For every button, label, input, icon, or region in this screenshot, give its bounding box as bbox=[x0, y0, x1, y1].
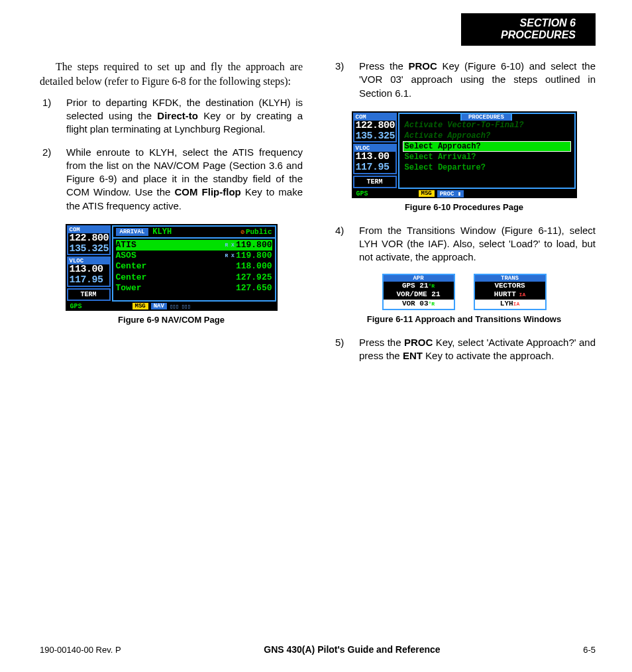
navcom-row: ATISR X119.800 bbox=[116, 240, 272, 251]
trans-row: VECTORS bbox=[475, 282, 545, 291]
step-bold2: ENT bbox=[403, 350, 423, 361]
navcom-footer: MSG NAV ▯▯▯ ▯▯▯ bbox=[111, 303, 277, 310]
term-tag: TERM bbox=[67, 288, 111, 301]
procedures-screen: COM 122.800 135.325 VLOC 113.00 117.95 T… bbox=[352, 111, 577, 198]
apr-row: GPS 21°R bbox=[384, 282, 454, 291]
step-text: From the Transitions Window (Figure 6-11… bbox=[359, 225, 596, 263]
steps-list-right-2: 4) From the Transitions Window (Figure 6… bbox=[333, 224, 596, 264]
navcom-main: ARRIVAL KLYH ⊘Public ATISR X119.800ASOSR… bbox=[112, 225, 276, 302]
step-4: 4) From the Transitions Window (Figure 6… bbox=[359, 224, 596, 264]
navcom-row: Center118.000 bbox=[116, 261, 272, 272]
msg-indicator: MSG bbox=[419, 190, 435, 197]
term-tag: TERM bbox=[353, 176, 397, 188]
step-num: 1) bbox=[42, 96, 51, 109]
msg-indicator: MSG bbox=[132, 303, 148, 309]
step-bold: Direct-to bbox=[157, 110, 198, 121]
arrival-label: ARRIVAL bbox=[116, 228, 149, 236]
proc-tab: PROC ▮ bbox=[437, 190, 464, 197]
content-columns: The steps required to set up and fly the… bbox=[40, 60, 596, 372]
section-number: SECTION 6 bbox=[501, 17, 576, 29]
gps-tag: GPS bbox=[70, 303, 107, 310]
procedures-main: PROCEDURES Activate Vector-To-Final?Acti… bbox=[398, 113, 576, 189]
figure-caption: Figure 6-9 NAV/COM Page bbox=[40, 315, 303, 325]
step-text-pre: Press the bbox=[359, 60, 408, 72]
step-bold: PROC bbox=[408, 60, 437, 72]
vloc-active: 113.00 bbox=[68, 264, 109, 275]
procedures-footer: MSG PROC ▮ bbox=[397, 190, 576, 197]
trans-rows: VECTORSHURTT IALYHIA bbox=[475, 282, 545, 309]
step-bold: COM Flip-flop bbox=[175, 186, 241, 197]
step-text-post: Key to activate the approach. bbox=[423, 350, 554, 361]
doc-title: GNS 430(A) Pilot's Guide and Reference bbox=[264, 644, 440, 655]
navcom-row: Tower127.650 bbox=[116, 283, 272, 294]
com-active: 122.800 bbox=[354, 121, 395, 131]
step-5: 5) Press the PROC Key, select 'Activate … bbox=[359, 336, 596, 363]
navcom-header: ARRIVAL KLYH ⊘Public bbox=[113, 227, 275, 239]
trans-window: TRANS VECTORSHURTT IALYHIA bbox=[474, 274, 547, 310]
com-block: COM 122.800 135.325 bbox=[353, 113, 397, 143]
figure-6-9: COM 122.800 135.325 VLOC 113.00 117.95 T… bbox=[40, 222, 303, 325]
navcom-list: ATISR X119.800ASOSR X119.800Center118.00… bbox=[113, 239, 275, 295]
page-number: 6-5 bbox=[583, 645, 596, 655]
vloc-standby: 117.95 bbox=[68, 275, 109, 286]
procedure-item: Select Arrival? bbox=[403, 152, 570, 162]
trans-title: TRANS bbox=[475, 275, 545, 282]
step-bold1: PROC bbox=[404, 337, 433, 348]
trans-row: LYHIA bbox=[475, 300, 545, 309]
procedures-title: PROCEDURES bbox=[460, 113, 512, 121]
small-windows: APR GPS 21°RVOR/DME 21VOR 03°R TRANS VEC… bbox=[333, 274, 596, 310]
steps-list-left: 1) Prior to departing KFDK, the destinat… bbox=[40, 96, 303, 213]
apr-row: VOR 03°R bbox=[384, 300, 454, 309]
airport-id: KLYH bbox=[152, 227, 172, 237]
gps-tag: GPS bbox=[356, 190, 394, 197]
step-text-pre: Press the bbox=[359, 337, 404, 348]
apr-window: APR GPS 21°RVOR/DME 21VOR 03°R bbox=[382, 274, 455, 310]
navcom-row: ASOSR X119.800 bbox=[116, 251, 272, 261]
gns-side-panel: COM 122.800 135.325 VLOC 113.00 117.95 T… bbox=[352, 112, 397, 197]
page-boxes: ▯▯▯ ▯▯▯ bbox=[170, 303, 190, 310]
steps-list-right-1: 3) Press the PROC Key (Figure 6-10) and … bbox=[333, 60, 596, 100]
step-num: 2) bbox=[42, 146, 51, 159]
procedure-item: Activate Approach? bbox=[403, 131, 570, 140]
navcom-row: Center127.925 bbox=[116, 272, 272, 283]
section-title: PROCEDURES bbox=[501, 29, 576, 41]
figure-caption: Figure 6-11 Approach and Transitions Win… bbox=[333, 314, 596, 324]
com-standby: 135.325 bbox=[354, 131, 395, 142]
procedure-item: Select Approach? bbox=[403, 142, 570, 151]
airport-type: ⊘Public bbox=[239, 228, 272, 236]
procedure-item: Select Departure? bbox=[403, 163, 570, 172]
gns-side-panel: COM 122.800 135.325 VLOC 113.00 117.95 T… bbox=[66, 225, 111, 310]
com-active: 122.800 bbox=[68, 233, 109, 244]
vloc-block: VLOC 113.00 117.95 bbox=[67, 256, 111, 287]
procedures-list: Activate Vector-To-Final?Activate Approa… bbox=[399, 114, 574, 176]
left-column: The steps required to set up and fly the… bbox=[40, 60, 303, 372]
vloc-block: VLOC 113.00 117.95 bbox=[353, 144, 397, 174]
apr-row: VOR/DME 21 bbox=[384, 290, 454, 300]
apr-rows: GPS 21°RVOR/DME 21VOR 03°R bbox=[384, 282, 454, 309]
apr-title: APR bbox=[384, 275, 454, 282]
figure-6-10: COM 122.800 135.325 VLOC 113.00 117.95 T… bbox=[333, 109, 596, 212]
nav-tab: NAV bbox=[151, 303, 167, 309]
section-header: SECTION 6 PROCEDURES bbox=[461, 13, 596, 46]
airport-icon: ⊘ bbox=[240, 229, 244, 236]
figure-6-11: APR GPS 21°RVOR/DME 21VOR 03°R TRANS VEC… bbox=[333, 274, 596, 324]
step-2: 2) While enroute to KLYH, select the ATI… bbox=[66, 146, 303, 213]
right-column: 3) Press the PROC Key (Figure 6-10) and … bbox=[333, 60, 596, 372]
procedure-item: Activate Vector-To-Final? bbox=[403, 121, 570, 130]
doc-revision: 190-00140-00 Rev. P bbox=[40, 645, 121, 655]
steps-list-right-3: 5) Press the PROC Key, select 'Activate … bbox=[333, 336, 596, 363]
trans-row: HURTT IA bbox=[475, 290, 545, 300]
figure-caption: Figure 6-10 Procedures Page bbox=[333, 202, 596, 212]
page-footer: 190-00140-00 Rev. P GNS 430(A) Pilot's G… bbox=[40, 644, 596, 655]
vloc-standby: 117.95 bbox=[354, 162, 395, 173]
com-block: COM 122.800 135.325 bbox=[67, 225, 111, 256]
step-num: 3) bbox=[335, 60, 344, 73]
navcom-screen: COM 122.800 135.325 VLOC 113.00 117.95 T… bbox=[66, 224, 278, 311]
com-standby: 135.325 bbox=[68, 244, 109, 254]
step-num: 4) bbox=[335, 224, 344, 237]
step-num: 5) bbox=[335, 336, 344, 349]
intro-paragraph: The steps required to set up and fly the… bbox=[40, 60, 303, 89]
vloc-active: 113.00 bbox=[354, 152, 395, 162]
step-3: 3) Press the PROC Key (Figure 6-10) and … bbox=[359, 60, 596, 100]
step-1: 1) Prior to departing KFDK, the destinat… bbox=[66, 96, 303, 137]
